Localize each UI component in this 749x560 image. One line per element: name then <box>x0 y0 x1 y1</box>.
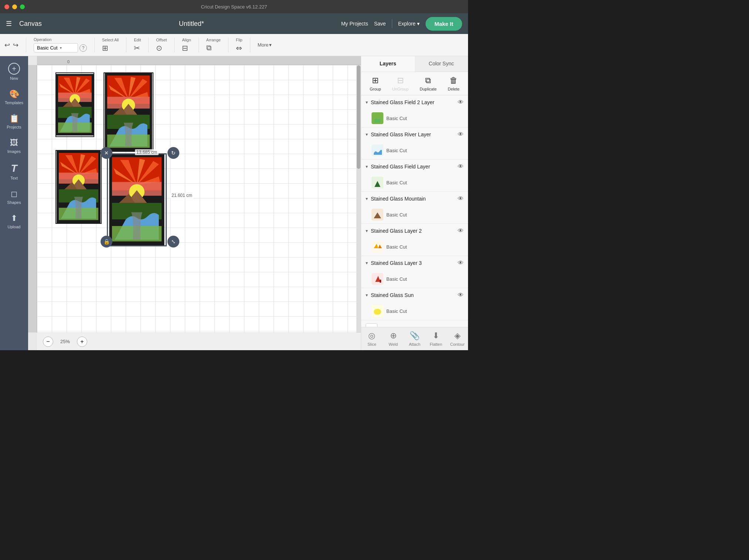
sidebar-item-projects[interactable]: 📋 Projects <box>0 110 28 133</box>
sidebar-item-upload[interactable]: ⬆ Upload <box>0 210 28 233</box>
layer-item-field: Basic Cut <box>361 174 468 191</box>
sidebar-item-new[interactable]: + New <box>0 59 28 84</box>
ruler-left <box>28 65 37 332</box>
sidebar-label-new: New <box>10 76 18 81</box>
chevron-icon-layer2: ▾ <box>366 228 368 233</box>
group-button[interactable]: ⊞ Group <box>370 76 381 91</box>
layers-list: ▾ Stained Glass Field 2 Layer 👁 Basic Cu… <box>361 95 468 327</box>
zoom-out-button[interactable]: − <box>43 337 53 347</box>
rotate-handle[interactable]: ↻ <box>167 147 179 159</box>
arrange-group: Arrange ⧉ <box>206 38 221 52</box>
layer-name-layer3: Stained Glass Layer 3 <box>371 260 455 266</box>
layer-type-layer2: Basic Cut <box>386 244 407 250</box>
eye-icon-layer3[interactable]: 👁 <box>458 260 464 266</box>
make-it-button[interactable]: Make It <box>426 17 462 31</box>
duplicate-icon: ⧉ <box>425 76 431 85</box>
layer-header-sun[interactable]: ▾ Stained Glass Sun 👁 <box>361 288 468 302</box>
layer-thumb-field <box>372 177 383 188</box>
layer-header-layer3[interactable]: ▾ Stained Glass Layer 3 👁 <box>361 256 468 270</box>
separator-7 <box>228 38 228 52</box>
sidebar-item-shapes[interactable]: ◻ Shapes <box>0 185 28 208</box>
layer-header-field2[interactable]: ▾ Stained Glass Field 2 Layer 👁 <box>361 95 468 109</box>
tab-layers[interactable]: Layers <box>361 56 415 72</box>
flip-button[interactable]: ⇔ <box>236 44 242 52</box>
layer-header-layer2[interactable]: ▾ Stained Glass Layer 2 👁 <box>361 224 468 238</box>
resize-handle[interactable]: ⤡ <box>167 236 179 247</box>
edit-button[interactable]: ✂ <box>134 44 140 52</box>
operation-dropdown[interactable]: Basic Cut ▾ <box>34 43 78 52</box>
weld-button[interactable]: ⊕ Weld <box>383 327 404 350</box>
artwork-3-svg <box>56 151 101 223</box>
redo-button[interactable]: ↪ <box>13 41 18 49</box>
artwork-2[interactable] <box>104 72 153 152</box>
tab-color-sync[interactable]: Color Sync <box>415 56 468 72</box>
eye-icon-river[interactable]: 👁 <box>458 131 464 138</box>
panel-bottom: ◎ Slice ⊕ Weld 📎 Attach ⬇ Flatten ◈ Cont… <box>361 327 468 350</box>
sidebar-item-text[interactable]: T Text <box>0 159 28 184</box>
separator-6 <box>199 38 199 52</box>
undo-redo-group: ↩ ↪ <box>4 41 18 49</box>
chevron-icon-sun: ▾ <box>366 293 368 298</box>
flatten-button[interactable]: ⬇ Flatten <box>425 327 447 350</box>
ruler-top: 0 <box>37 56 361 65</box>
hamburger-icon[interactable]: ☰ <box>6 20 12 28</box>
layer-name-field: Stained Glass Field Layer <box>371 164 455 170</box>
select-all-button[interactable]: ⊞ <box>102 44 108 52</box>
width-measurement: 13.685 cm <box>135 149 159 155</box>
flatten-label: Flatten <box>430 342 442 346</box>
eye-icon-sun[interactable]: 👁 <box>458 292 464 298</box>
eye-icon-field[interactable]: 👁 <box>458 163 464 170</box>
chevron-icon-field: ▾ <box>366 164 368 169</box>
my-projects-button[interactable]: My Projects <box>341 21 368 27</box>
group-label: Group <box>370 87 381 91</box>
layer-header-mountain[interactable]: ▾ Stained Glass Mountain 👁 <box>361 192 468 206</box>
dropdown-arrow-icon: ▾ <box>60 46 62 50</box>
sidebar-item-images[interactable]: 🖼 Images <box>0 134 28 157</box>
layer-group-layer2: ▾ Stained Glass Layer 2 👁 Basic Cut <box>361 224 468 256</box>
lock-handle[interactable]: 🔒 <box>101 236 112 247</box>
sidebar-item-templates[interactable]: 🎨 Templates <box>0 86 28 109</box>
maximize-dot[interactable] <box>20 4 25 9</box>
chevron-icon-river: ▾ <box>366 132 368 137</box>
layer-header-river[interactable]: ▾ Stained Glass River Layer 👁 <box>361 127 468 141</box>
close-dot[interactable] <box>4 4 9 9</box>
svg-rect-66 <box>366 324 377 327</box>
help-button[interactable]: ? <box>79 44 87 52</box>
more-button[interactable]: More ▾ <box>258 42 272 48</box>
scrollbar-thumb[interactable] <box>357 65 360 169</box>
duplicate-button[interactable]: ⧉ Duplicate <box>420 76 437 91</box>
artwork-3[interactable] <box>55 150 102 224</box>
eye-icon-field2[interactable]: 👁 <box>458 99 464 106</box>
save-button[interactable]: Save <box>374 21 386 27</box>
artwork-4-selected[interactable] <box>107 154 166 246</box>
attach-button[interactable]: 📎 Attach <box>404 327 426 350</box>
ruler-zero: 0 <box>67 59 70 64</box>
zoom-in-button[interactable]: + <box>77 337 87 347</box>
svg-point-65 <box>374 309 381 315</box>
project-title: Untitled* <box>48 20 335 28</box>
eye-icon-mountain[interactable]: 👁 <box>458 195 464 202</box>
delete-button[interactable]: 🗑 Delete <box>448 76 460 91</box>
layer-type-layer3: Basic Cut <box>386 276 407 282</box>
explore-button[interactable]: Explore ▾ <box>398 21 420 27</box>
offset-icon: ⊙ <box>156 44 162 52</box>
chevron-icon-mountain: ▾ <box>366 196 368 201</box>
new-icon: + <box>8 63 20 75</box>
contour-button[interactable]: ◈ Contour <box>447 327 468 350</box>
align-button[interactable]: ⊟ <box>182 44 188 52</box>
offset-label: Offset <box>156 38 167 42</box>
scrollbar-track[interactable] <box>356 65 361 332</box>
panel-tabs: Layers Color Sync <box>361 56 468 72</box>
offset-button[interactable]: ⊙ <box>156 44 162 52</box>
arrange-button[interactable]: ⧉ <box>206 44 211 52</box>
separator-1 <box>26 38 26 52</box>
canvas-area[interactable]: 0 <box>28 56 361 350</box>
operation-group: Operation Basic Cut ▾ ? <box>34 37 87 52</box>
undo-button[interactable]: ↩ <box>4 41 10 49</box>
eye-icon-layer2[interactable]: 👁 <box>458 228 464 234</box>
slice-button[interactable]: ◎ Slice <box>361 327 383 350</box>
minimize-dot[interactable] <box>12 4 17 9</box>
artwork-1[interactable] <box>55 72 94 137</box>
delete-handle[interactable]: ✕ <box>101 147 112 159</box>
layer-header-field[interactable]: ▾ Stained Glass Field Layer 👁 <box>361 160 468 174</box>
